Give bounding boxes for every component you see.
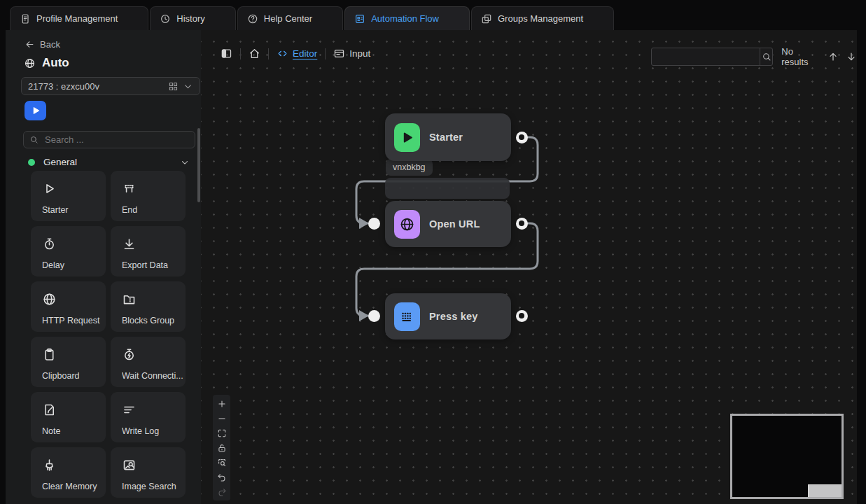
chevron-down-icon bbox=[183, 81, 193, 92]
find-search-button[interactable] bbox=[760, 48, 772, 65]
divider bbox=[268, 48, 269, 59]
input-tab-link[interactable]: Input bbox=[333, 48, 370, 59]
panel-icon[interactable] bbox=[221, 48, 232, 59]
sidebar-tool-button[interactable] bbox=[81, 104, 95, 118]
zoom-control-button[interactable] bbox=[213, 411, 230, 426]
run-workflow-button[interactable] bbox=[25, 101, 46, 120]
search-icon bbox=[762, 52, 771, 62]
block-label: Delay bbox=[42, 260, 104, 270]
output-handle-presskey[interactable] bbox=[516, 310, 528, 322]
zoom-control-button[interactable] bbox=[213, 440, 230, 455]
browser-tab[interactable]: Help Center bbox=[237, 6, 343, 30]
minimap-node bbox=[763, 429, 785, 438]
input-handle-presskey[interactable] bbox=[368, 310, 380, 322]
tab-close-icon[interactable] bbox=[132, 14, 141, 23]
block-search[interactable] bbox=[23, 131, 195, 148]
home-icon[interactable] bbox=[249, 48, 260, 59]
profile-select[interactable]: 21773 : ezxcu00v bbox=[21, 77, 200, 95]
app-body: Back Auto 21773 : ezxcu00v General bbox=[0, 30, 866, 504]
chevron-down-icon[interactable] bbox=[180, 158, 190, 167]
zoom-control-button[interactable] bbox=[213, 484, 230, 499]
profile-select-value: 21773 : ezxcu00v bbox=[28, 81, 164, 92]
node-press-key[interactable]: Press key bbox=[385, 293, 511, 340]
block-card[interactable]: Blocks Group bbox=[111, 281, 186, 332]
sidebar-tool-button[interactable] bbox=[58, 104, 71, 118]
block-card[interactable]: Clear Memory bbox=[31, 447, 106, 498]
sidebar-tool-button[interactable] bbox=[173, 104, 186, 118]
find-input[interactable] bbox=[652, 48, 760, 65]
block-card[interactable]: Delay bbox=[31, 226, 106, 276]
zoom-area-icon bbox=[217, 458, 227, 468]
tab-close-icon[interactable] bbox=[326, 14, 335, 23]
play-solid-icon bbox=[30, 105, 41, 116]
block-search-input[interactable] bbox=[43, 134, 189, 146]
divider bbox=[325, 48, 326, 59]
node-toolbar-button[interactable] bbox=[432, 183, 444, 195]
sidebar-scrollbar[interactable] bbox=[197, 128, 200, 202]
arrow-left-icon bbox=[25, 39, 35, 50]
browser-tab[interactable]: History bbox=[150, 6, 235, 30]
input-arrow-presskey bbox=[359, 310, 369, 321]
tab-close-icon[interactable] bbox=[219, 14, 228, 23]
flow-canvas[interactable]: Editor Input No results Starter bbox=[201, 30, 857, 504]
node-toolbar-button[interactable] bbox=[451, 183, 463, 195]
block-label: HTTP Request bbox=[42, 316, 104, 326]
find-next-button[interactable] bbox=[846, 51, 857, 62]
block-card[interactable]: Export Data bbox=[111, 226, 186, 276]
blocks-grid: Starter End Delay Export Data HTTP Reque… bbox=[31, 171, 186, 498]
lock-open-icon bbox=[217, 443, 227, 453]
block-label: Wait Connecti... bbox=[122, 371, 183, 381]
category-label: General bbox=[43, 157, 172, 167]
groups-icon bbox=[481, 13, 492, 24]
block-card[interactable]: Wait Connecti... bbox=[111, 337, 186, 387]
find-results-label: No results bbox=[781, 46, 820, 67]
tab-label: History bbox=[176, 13, 204, 24]
block-card[interactable]: Note bbox=[31, 392, 106, 442]
minimap-viewport[interactable] bbox=[808, 484, 844, 499]
minimap[interactable] bbox=[730, 414, 844, 499]
block-label: Image Search bbox=[122, 482, 183, 491]
block-card[interactable]: Clipboard bbox=[31, 337, 106, 387]
minimap-node bbox=[763, 445, 785, 454]
node-toolbar-button[interactable] bbox=[393, 183, 405, 195]
input-handle-openurl[interactable] bbox=[368, 218, 380, 230]
sidebar-tool-button[interactable] bbox=[104, 104, 118, 118]
block-card[interactable]: Image Search bbox=[111, 447, 186, 498]
sidebar-tool-button[interactable] bbox=[127, 104, 140, 118]
block-card[interactable]: HTTP Request bbox=[31, 281, 106, 332]
tab-close-icon[interactable] bbox=[453, 14, 462, 23]
zoom-control-button[interactable] bbox=[213, 455, 230, 470]
block-card[interactable]: End bbox=[111, 171, 186, 221]
browser-tab[interactable]: Profile Management bbox=[10, 6, 148, 30]
output-handle-openurl[interactable] bbox=[516, 218, 528, 230]
code-icon bbox=[277, 48, 288, 59]
zoom-control-button[interactable] bbox=[213, 426, 230, 440]
back-button[interactable]: Back bbox=[25, 39, 60, 50]
node-toolbar-button[interactable] bbox=[412, 183, 424, 195]
plus-icon bbox=[217, 399, 227, 409]
category-general[interactable]: General bbox=[28, 157, 190, 167]
find-previous-button[interactable] bbox=[827, 51, 839, 62]
mouse-cursor bbox=[478, 192, 494, 208]
play-solid-icon bbox=[399, 130, 415, 146]
browser-tab[interactable]: Groups Management bbox=[471, 6, 614, 30]
tab-close-icon[interactable] bbox=[597, 14, 606, 23]
block-label: Note bbox=[42, 426, 104, 436]
node-starter[interactable]: Starter bbox=[385, 113, 511, 161]
input-arrow-openurl bbox=[359, 218, 369, 229]
grid-icon bbox=[168, 81, 179, 92]
browser-tab[interactable]: Automation Flow bbox=[344, 6, 470, 30]
stopwatch-icon bbox=[42, 237, 57, 251]
block-label: Export Data bbox=[122, 260, 183, 270]
node-press-key-label: Press key bbox=[429, 311, 478, 322]
block-card[interactable]: Starter bbox=[31, 171, 106, 221]
editor-tab-link[interactable]: Editor bbox=[277, 48, 317, 59]
folder-icon bbox=[122, 292, 137, 307]
block-card[interactable]: Write Log bbox=[111, 392, 186, 442]
sidebar-tool-button[interactable] bbox=[150, 104, 163, 118]
zoom-control-button[interactable] bbox=[213, 470, 230, 484]
output-handle-starter[interactable] bbox=[516, 132, 528, 144]
zoom-control-button[interactable] bbox=[213, 396, 230, 411]
undo-icon bbox=[217, 472, 227, 482]
tab-label: Help Center bbox=[264, 13, 312, 24]
